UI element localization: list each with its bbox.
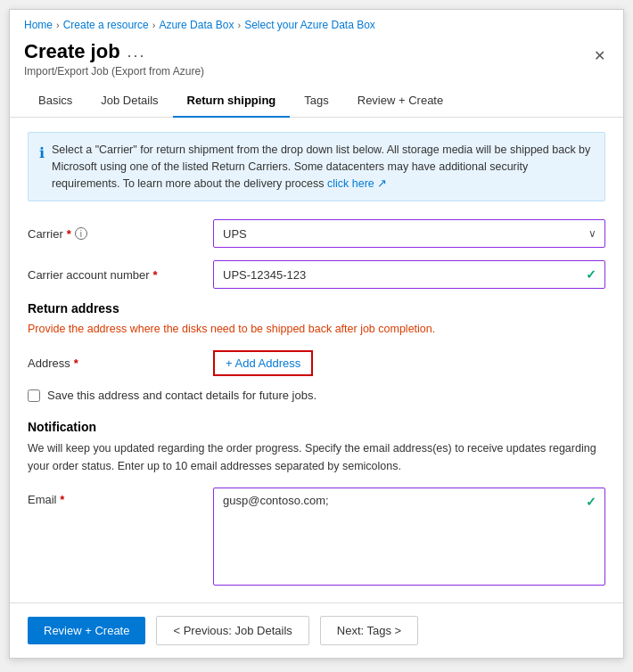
page-title: Create job xyxy=(24,40,120,63)
next-button[interactable]: Next: Tags > xyxy=(320,616,418,645)
info-icon: ℹ xyxy=(39,143,45,192)
review-create-button[interactable]: Review + Create xyxy=(28,617,145,644)
content-area: ℹ Select a "Carrier" for return shipment… xyxy=(10,118,623,602)
previous-button[interactable]: < Previous: Job Details xyxy=(156,616,308,645)
email-required: * xyxy=(60,493,64,506)
email-check-icon: ✓ xyxy=(586,495,596,509)
carrier-required: * xyxy=(67,227,71,241)
page-subtitle: Import/Export Job (Export from Azure) xyxy=(24,65,204,78)
footer: Review + Create < Previous: Job Details … xyxy=(10,602,623,658)
breadcrumb-sep-1: › xyxy=(56,20,60,30)
tab-tags[interactable]: Tags xyxy=(290,85,342,118)
carrier-select[interactable]: UPS xyxy=(213,219,605,248)
email-row: Email * gusp@contoso.com; ✓ xyxy=(28,488,605,588)
carrier-account-row: Carrier account number * ✓ xyxy=(28,260,605,289)
save-address-row: Save this address and contact details fo… xyxy=(28,389,605,402)
carrier-label: Carrier * i xyxy=(28,227,206,241)
notification-title: Notification xyxy=(28,420,605,434)
return-address-description: Provide the address where the disks need… xyxy=(28,321,605,338)
carrier-info-icon[interactable]: i xyxy=(75,227,87,240)
tab-return-shipping[interactable]: Return shipping xyxy=(173,85,291,118)
breadcrumb-azure-data-box[interactable]: Azure Data Box xyxy=(159,19,234,31)
notification-section: Notification We will keep you updated re… xyxy=(28,420,605,588)
carrier-account-required: * xyxy=(153,268,158,282)
main-window: Home › Create a resource › Azure Data Bo… xyxy=(9,9,624,659)
breadcrumb-sep-2: › xyxy=(152,20,156,30)
tab-review-create[interactable]: Review + Create xyxy=(343,85,457,118)
carrier-row: Carrier * i UPS ∨ xyxy=(28,219,605,248)
tab-basics[interactable]: Basics xyxy=(24,85,86,118)
email-textarea[interactable]: gusp@contoso.com; xyxy=(213,488,605,586)
email-label: Email * xyxy=(28,488,206,506)
carrier-account-check-icon: ✓ xyxy=(586,267,596,282)
info-text: Select a "Carrier" for return shipment f… xyxy=(52,142,594,192)
carrier-account-input[interactable] xyxy=(213,260,605,289)
carrier-account-label: Carrier account number * xyxy=(28,268,206,282)
save-address-checkbox[interactable] xyxy=(28,389,40,402)
address-row: Address * + Add Address xyxy=(28,350,605,376)
header-dots: ... xyxy=(127,43,146,61)
tab-job-details[interactable]: Job Details xyxy=(86,85,172,118)
page-header: Create job ... Import/Export Job (Export… xyxy=(10,37,623,85)
add-address-button[interactable]: + Add Address xyxy=(213,350,313,376)
save-address-label[interactable]: Save this address and contact details fo… xyxy=(47,389,316,402)
info-box: ℹ Select a "Carrier" for return shipment… xyxy=(28,132,605,201)
tab-bar: Basics Job Details Return shipping Tags … xyxy=(10,85,623,118)
click-here-link[interactable]: click here ↗ xyxy=(327,177,387,190)
breadcrumb-select-azure-data-box[interactable]: Select your Azure Data Box xyxy=(244,19,375,31)
email-control: gusp@contoso.com; ✓ xyxy=(213,488,605,588)
address-control: + Add Address xyxy=(213,350,605,376)
breadcrumb-create-resource[interactable]: Create a resource xyxy=(63,19,149,31)
close-button[interactable]: ✕ xyxy=(590,44,609,68)
breadcrumb-sep-3: › xyxy=(237,20,241,30)
return-address-title: Return address xyxy=(28,301,605,316)
header-left: Create job ... Import/Export Job (Export… xyxy=(24,40,204,78)
notification-description: We will keep you updated regarding the o… xyxy=(28,439,605,475)
address-required: * xyxy=(74,356,78,370)
carrier-account-control: ✓ xyxy=(213,260,605,289)
address-label: Address * xyxy=(28,356,206,370)
breadcrumb-home[interactable]: Home xyxy=(24,19,53,31)
carrier-control: UPS ∨ xyxy=(213,219,605,248)
breadcrumb: Home › Create a resource › Azure Data Bo… xyxy=(10,10,623,37)
